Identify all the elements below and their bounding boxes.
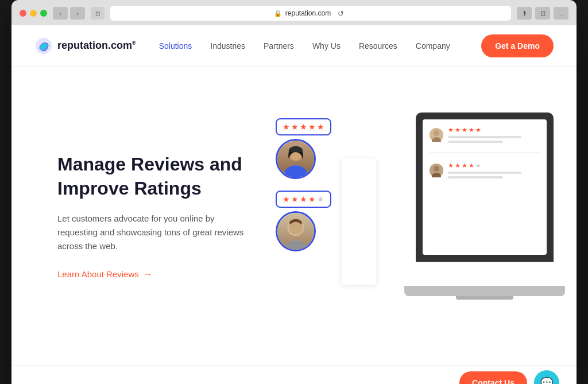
star-1-4: ★ [308,122,316,131]
review-line-1a [448,136,521,138]
logo-text: reputation.com® [57,40,136,52]
learn-link-text: Learn About Reviews [57,269,139,279]
nav-solutions[interactable]: Solutions [159,41,192,51]
hero-title: Manage Reviews and Improve Ratings [57,153,253,200]
svg-point-10 [434,130,439,136]
avatar-woman [276,139,316,179]
star-1-2: ★ [291,122,299,131]
mini-stars-2: ★ ★ ★ ★ ★ [448,162,540,169]
tabs-button[interactable]: ⊡ [535,7,550,20]
star-1-5: ★ [317,122,324,131]
nav-why-us[interactable]: Why Us [312,41,341,51]
star-1-3: ★ [300,122,307,131]
review-line-1b [448,141,503,143]
hero-description: Let customers advocate for you online by… [57,212,253,253]
review-cards: ★ ★ ★ ★ ★ [276,118,331,251]
avatar-woman-image [277,141,314,177]
star-2-5: ★ [317,195,324,204]
connector-box [342,158,376,285]
reload-button[interactable]: ↺ [334,8,347,19]
hero-section: Manage Reviews and Improve Ratings Let c… [11,67,577,365]
traffic-lights [20,10,47,17]
svg-point-4 [285,166,307,179]
maximize-button[interactable] [40,10,47,17]
nav-resources[interactable]: Resources [359,41,397,51]
star-2-1: ★ [283,195,290,204]
navbar: reputation.com® Solutions Industries Par… [11,25,577,67]
url-text: reputation.com [285,9,331,17]
learn-about-reviews-link[interactable]: Learn About Reviews → [57,269,253,279]
nav-industries[interactable]: Industries [210,41,245,51]
logo[interactable]: reputation.com® [34,37,136,55]
star-2-2: ★ [291,195,299,204]
address-bar[interactable]: 🔒 reputation.com ↺ [110,6,511,21]
hero-illustration: ★ ★ ★ ★ ★ [253,101,554,331]
back-button[interactable]: ‹ [53,7,68,20]
browser-chrome: ‹ › ⊡ 🔒 reputation.com ↺ ⬆ ⊡ … [11,0,577,25]
star-badge-2: ★ ★ ★ ★ ★ [276,191,331,208]
laptop-base [404,286,565,296]
get-demo-button[interactable]: Get a Demo [481,34,554,57]
review-row-1-content: ★ ★ ★ ★ ★ [448,126,540,143]
mini-avatar-1 [430,128,443,142]
lock-icon: 🔒 [274,10,282,17]
browser-window: ‹ › ⊡ 🔒 reputation.com ↺ ⬆ ⊡ … [11,0,577,384]
close-button[interactable] [20,10,26,17]
review-line-2b [448,176,503,179]
forward-button[interactable]: › [70,7,85,20]
chat-icon: 💬 [540,377,553,385]
svg-point-13 [434,166,439,172]
laptop-screen-inner: ★ ★ ★ ★ ★ [423,119,547,255]
nav-buttons: ‹ › [53,7,85,20]
contact-us-button[interactable]: Contact Us [459,371,527,385]
avatar-man-image [277,213,314,250]
nav-links: Solutions Industries Partners Why Us Res… [159,41,482,51]
star-badge-1: ★ ★ ★ ★ ★ [276,118,331,135]
bottom-bar: Contact Us 💬 [11,365,577,384]
share-button[interactable]: ⬆ [517,7,532,20]
star-1-1: ★ [283,122,290,131]
avatar-man [276,211,316,251]
nav-company[interactable]: Company [416,41,450,51]
laptop-review-row-2: ★ ★ ★ ★ ★ [430,162,540,179]
mini-avatar-2 [430,164,443,177]
hero-text: Manage Reviews and Improve Ratings Let c… [57,153,253,279]
star-2-3: ★ [300,195,307,204]
mini-stars-1: ★ ★ ★ ★ ★ [448,126,540,134]
page-content: reputation.com® Solutions Industries Par… [11,25,577,384]
logo-icon [34,37,53,55]
review-row-2-content: ★ ★ ★ ★ ★ [448,162,540,179]
minimize-button[interactable] [30,10,37,17]
chat-button[interactable]: 💬 [534,370,559,385]
tab-bar-icon: ⊡ [91,7,105,20]
laptop-review-row-1: ★ ★ ★ ★ ★ [430,126,540,143]
review-card-2: ★ ★ ★ ★ ★ [276,191,331,251]
arrow-icon: → [144,269,152,279]
browser-actions: ⬆ ⊡ … [517,7,568,20]
review-line-2a [448,172,521,174]
star-2-4: ★ [308,195,316,204]
review-card-1: ★ ★ ★ ★ ★ [276,118,331,179]
laptop-screen: ★ ★ ★ ★ ★ [416,113,554,262]
laptop-illustration: ★ ★ ★ ★ ★ [393,113,554,296]
divider [430,152,540,153]
nav-partners[interactable]: Partners [264,41,294,51]
more-button[interactable]: … [554,7,568,20]
